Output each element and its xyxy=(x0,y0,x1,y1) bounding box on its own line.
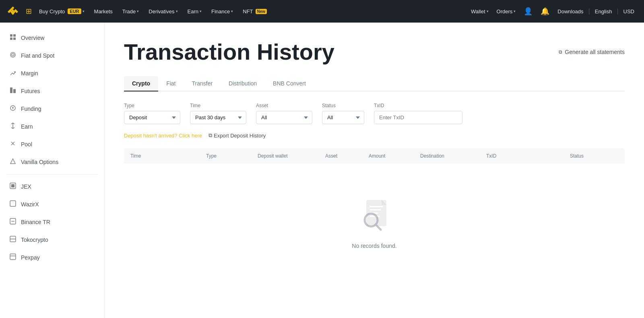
txid-label: TxID xyxy=(374,103,462,108)
transaction-tabs: Crypto Fiat Transfer Distribution BNB Co… xyxy=(124,76,625,91)
sidebar-item-futures[interactable]: Futures xyxy=(0,82,104,100)
th-type: Type xyxy=(206,153,254,159)
tab-distribution[interactable]: Distribution xyxy=(221,76,265,91)
svg-rect-13 xyxy=(11,184,14,187)
earn-nav[interactable]: Earn ▾ xyxy=(184,0,206,23)
notification-icon[interactable]: 🔔 xyxy=(537,5,553,17)
time-label: Time xyxy=(190,103,246,108)
currency-nav[interactable]: USD xyxy=(620,0,638,23)
status-filter: Status All Completed Pending Failed xyxy=(322,103,364,124)
tab-transfer[interactable]: Transfer xyxy=(184,76,221,91)
sidebar-item-overview[interactable]: Overview xyxy=(0,29,104,47)
sidebar-item-margin[interactable]: Margin xyxy=(0,64,104,82)
main-content: Transaction History ⧉ Generate all state… xyxy=(105,23,644,318)
pexpay-icon xyxy=(10,254,16,262)
language-nav[interactable]: English xyxy=(592,0,615,23)
svg-rect-1 xyxy=(13,34,16,37)
topnav: ⊞ Buy Crypto EUR ▾ Markets Trade ▾ Deriv… xyxy=(0,0,644,23)
table-header-row: Time Type Deposit wallet Asset Amount De… xyxy=(124,148,625,164)
binance-tr-icon xyxy=(10,218,16,226)
th-txid: TxID xyxy=(486,153,567,159)
th-deposit-wallet: Deposit wallet xyxy=(258,153,322,159)
pool-icon xyxy=(10,140,16,148)
page-title: Transaction History xyxy=(124,39,334,65)
type-label: Type xyxy=(124,103,180,108)
downloads-nav[interactable]: Downloads xyxy=(554,0,586,23)
type-filter: Type Deposit Withdrawal xyxy=(124,103,180,124)
th-amount: Amount xyxy=(369,153,417,159)
sidebar-item-funding[interactable]: Funding xyxy=(0,100,104,118)
markets-nav[interactable]: Markets xyxy=(90,0,117,23)
svg-point-4 xyxy=(10,52,15,57)
grid-menu-button[interactable]: ⊞ xyxy=(24,5,33,17)
sidebar: Overview Fiat and Spot Margin Futures Fu xyxy=(0,23,105,318)
svg-rect-2 xyxy=(10,37,12,40)
time-select[interactable]: Past 30 days Past 90 days Past 6 months … xyxy=(190,111,246,124)
overview-icon xyxy=(10,34,16,42)
orders-nav[interactable]: Orders ▾ xyxy=(493,0,519,23)
nft-nav[interactable]: NFT New xyxy=(239,0,271,23)
fiat-spot-icon xyxy=(10,52,16,60)
svg-rect-6 xyxy=(10,87,12,93)
transaction-table: Time Type Deposit wallet Asset Amount De… xyxy=(124,148,625,273)
logo[interactable] xyxy=(6,5,19,18)
status-label: Status xyxy=(322,103,364,108)
asset-label: Asset xyxy=(256,103,312,108)
sidebar-item-jex[interactable]: JEX xyxy=(0,178,104,195)
jex-icon xyxy=(10,183,16,191)
no-records-text: No records found. xyxy=(352,243,396,249)
wallet-nav[interactable]: Wallet ▾ xyxy=(468,0,492,23)
buy-crypto-nav[interactable]: Buy Crypto EUR ▾ xyxy=(35,0,89,23)
svg-rect-0 xyxy=(10,34,12,37)
external-link-icon: ⧉ xyxy=(559,49,562,55)
svg-point-5 xyxy=(12,54,14,56)
txid-input[interactable] xyxy=(374,111,462,124)
time-filter: Time Past 30 days Past 90 days Past 6 mo… xyxy=(190,103,246,124)
deposit-not-arrived-link[interactable]: Deposit hasn't arrived? Click here xyxy=(124,133,202,139)
svg-rect-22 xyxy=(369,206,383,207)
sidebar-item-vanilla-options[interactable]: Vanilla Options xyxy=(0,153,104,171)
generate-statements-button[interactable]: ⧉ Generate all statements xyxy=(559,49,625,55)
status-select[interactable]: All Completed Pending Failed xyxy=(322,111,364,124)
svg-rect-3 xyxy=(13,37,16,40)
sidebar-item-earn[interactable]: Earn xyxy=(0,118,104,135)
sidebar-item-wazirx[interactable]: WazirX xyxy=(0,195,104,213)
th-status: Status xyxy=(570,153,618,159)
external-export-icon: ⧉ xyxy=(208,132,212,139)
action-links: Deposit hasn't arrived? Click here ⧉ Exp… xyxy=(124,132,625,139)
funding-icon xyxy=(10,105,16,113)
sidebar-item-tokocrypto[interactable]: Tokocrypto xyxy=(0,231,104,249)
trade-nav[interactable]: Trade ▾ xyxy=(118,0,143,23)
th-time: Time xyxy=(130,153,203,159)
profile-icon[interactable]: 👤 xyxy=(520,5,536,17)
svg-rect-14 xyxy=(10,201,16,206)
tab-fiat[interactable]: Fiat xyxy=(158,76,184,91)
sidebar-item-pexpay[interactable]: Pexpay xyxy=(0,249,104,266)
finance-nav[interactable]: Finance ▾ xyxy=(207,0,237,23)
empty-state: No records found. xyxy=(124,164,625,273)
layout: Overview Fiat and Spot Margin Futures Fu xyxy=(0,23,644,318)
vanilla-options-icon xyxy=(10,158,16,166)
sidebar-item-fiat-spot[interactable]: Fiat and Spot xyxy=(0,47,104,64)
earn-icon xyxy=(10,123,16,131)
derivatives-nav[interactable]: Derivatives ▾ xyxy=(144,0,182,23)
asset-select[interactable]: All BTC ETH BNB USDT xyxy=(256,111,312,124)
futures-icon xyxy=(10,87,16,95)
type-select[interactable]: Deposit Withdrawal xyxy=(124,111,180,124)
sidebar-divider xyxy=(6,174,98,175)
sidebar-item-pool[interactable]: Pool xyxy=(0,135,104,153)
sidebar-item-binance-tr[interactable]: Binance TR xyxy=(0,213,104,231)
tokocrypto-icon xyxy=(10,236,16,244)
export-link[interactable]: ⧉ Export Deposit History xyxy=(208,132,266,139)
wazirx-icon xyxy=(10,200,16,208)
svg-rect-19 xyxy=(10,254,16,260)
svg-rect-7 xyxy=(13,89,16,93)
txid-filter: TxID xyxy=(374,103,462,124)
tab-bnb-convert[interactable]: BNB Convert xyxy=(265,76,314,91)
no-records-icon xyxy=(354,196,394,236)
tab-crypto[interactable]: Crypto xyxy=(124,76,158,91)
page-header: Transaction History ⧉ Generate all state… xyxy=(124,39,625,65)
margin-icon xyxy=(10,69,16,77)
th-destination: Destination xyxy=(420,153,483,159)
svg-marker-11 xyxy=(10,159,15,164)
